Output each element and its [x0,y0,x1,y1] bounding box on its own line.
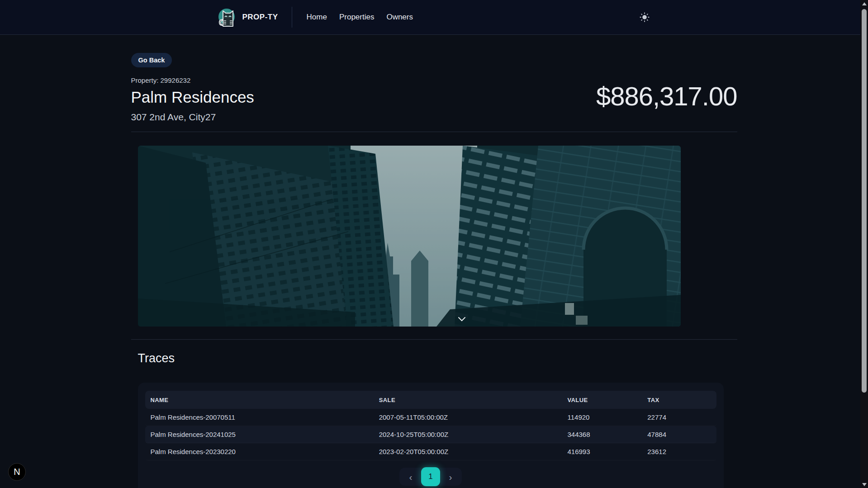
property-hero-image [138,146,681,327]
top-navbar: PROP-TY Home Properties Owners [0,0,868,35]
trace-sale: 2023-02-20T05:00:00Z [374,448,562,455]
property-address: 307 2nd Ave, City27 [131,112,254,123]
trace-name: Palm Residences-20241025 [145,431,374,438]
scrollbar-track[interactable] [860,0,868,488]
table-row: Palm Residences-20230220 2023-02-20T05:0… [145,443,716,460]
trace-value: 344368 [562,431,642,438]
cat-logo-icon [217,7,237,27]
brand-name: PROP-TY [242,13,278,22]
property-price: $886,317.00 [596,81,737,111]
property-detail-page: Go Back Property: 29926232 Palm Residenc… [131,35,737,488]
go-back-button[interactable]: Go Back [131,53,172,67]
navbar-divider [292,7,292,28]
traces-heading: Traces [131,351,737,365]
trace-sale: 2007-05-11T05:00:00Z [374,413,562,421]
sun-icon [640,12,650,22]
scroll-down-button[interactable] [860,481,868,488]
next-page-button[interactable]: › [444,470,457,483]
scroll-up-button[interactable] [860,0,868,7]
property-id: Property: 29926232 [131,76,254,84]
section-divider [131,339,737,340]
column-header-tax: TAX [642,397,716,403]
trace-tax: 23612 [642,448,716,455]
trace-name: Palm Residences-20230220 [145,448,374,455]
page-title: Palm Residences [131,88,254,106]
main-nav: Home Properties Owners [307,13,413,22]
trace-tax: 22774 [642,413,716,421]
trace-sale: 2024-10-25T05:00:00Z [374,431,562,438]
scrollbar-thumb[interactable] [862,9,867,393]
trace-tax: 47884 [642,431,716,438]
nextjs-dev-badge[interactable]: N [8,463,26,481]
traces-table-card: NAME SALE VALUE TAX Palm Residences-2007… [138,383,724,488]
brand-home-link[interactable]: PROP-TY [217,7,278,27]
column-header-value: VALUE [562,397,642,403]
nav-link-owners[interactable]: Owners [386,13,413,22]
column-header-name: NAME [145,397,374,403]
table-row: Palm Residences-20070511 2007-05-11T05:0… [145,409,716,426]
property-header: Property: 29926232 Palm Residences 307 2… [131,76,737,132]
table-header-row: NAME SALE VALUE TAX [145,391,716,409]
column-header-sale: SALE [374,397,562,403]
theme-toggle-button[interactable] [637,10,652,24]
nav-link-home[interactable]: Home [307,13,327,22]
table-row: Palm Residences-20241025 2024-10-25T05:0… [145,426,716,443]
chevron-down-icon [458,317,467,322]
trace-name: Palm Residences-20070511 [145,413,374,421]
trace-value: 416993 [562,448,642,455]
prev-page-button[interactable]: ‹ [404,470,417,483]
pagination: ‹ 1 › [399,468,462,486]
hero-scroll-button[interactable] [458,316,467,322]
nav-link-properties[interactable]: Properties [339,13,374,22]
trace-value: 114920 [562,413,642,421]
page-1-button[interactable]: 1 [421,467,440,486]
